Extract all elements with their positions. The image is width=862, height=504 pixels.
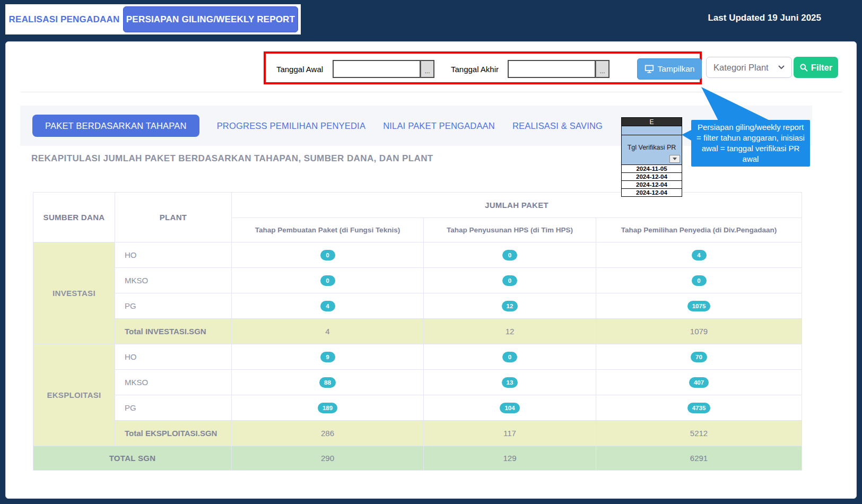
count-badge: 88	[319, 377, 336, 388]
table-row: INVESTASI HO 0 0 4	[33, 242, 802, 268]
tanggal-akhir-group: ...	[508, 60, 610, 78]
section-title: REKAPITULASI JUMLAH PAKET BERDASARKAN TA…	[31, 153, 433, 164]
tab-nilai-paket-pengadaan[interactable]: NILAI PAKET PENGADAAN	[383, 121, 495, 131]
group-label-eksploitasi: EKSPLOITASI	[33, 344, 115, 446]
table-row: PG 4 12 1075	[33, 293, 802, 319]
search-icon	[799, 63, 808, 72]
count-badge: 12	[502, 301, 518, 311]
tab-persiapan-giling[interactable]: PERSIAPAN GILING/WEEKLY REPORT	[123, 6, 298, 32]
total-row-eksploitasi: Total EKSPLOITASI.SGN 286 117 5212	[33, 421, 802, 446]
tanggal-akhir-input[interactable]	[508, 60, 596, 78]
col-header-tahap-penyusunan: Tahap Penyusunan HPS (di Tim HPS)	[424, 218, 596, 242]
count-badge: 0	[692, 275, 707, 286]
table-row: EKSPLOITASI HO 9 0 70	[33, 344, 802, 370]
grand-total-row: TOTAL SGN 290 129 6291	[33, 446, 802, 471]
total-value: 1079	[596, 319, 802, 344]
grand-total-label: TOTAL SGN	[33, 446, 232, 471]
grand-total-value: 129	[424, 446, 596, 471]
col-header-jumlah-paket: JUMLAH PAKET	[232, 193, 802, 218]
plant-cell: PG	[115, 293, 232, 319]
tanggal-awal-input[interactable]	[333, 60, 421, 78]
table-row: MKSO 0 0 0	[33, 268, 802, 293]
count-badge: 1075	[687, 301, 711, 311]
count-badge: 13	[502, 377, 518, 388]
count-badge: 104	[500, 403, 519, 413]
count-badge: 0	[320, 275, 335, 286]
count-badge: 0	[502, 275, 517, 286]
count-badge: 4	[692, 250, 707, 260]
chevron-down-icon	[778, 65, 785, 69]
excel-filter-header-cell: Tgl Verifikasi PR	[621, 135, 682, 165]
tanggal-awal-label: Tanggal Awal	[270, 58, 329, 80]
total-label: Total EKSPLOITASI.SGN	[115, 421, 232, 446]
group-label-investasi: INVESTASI	[33, 242, 115, 344]
annotation-callout: Persiapan giling/weekly report = filter …	[691, 120, 810, 167]
col-header-tahap-pembuatan: Tahap Pembuatan Paket (di Fungsi Teknis)	[232, 218, 424, 242]
excel-column-popup: E Tgl Verifikasi PR 2024-11-05 2024-12-0…	[621, 117, 682, 197]
excel-date-cell: 2024-12-04	[621, 173, 682, 181]
count-badge: 70	[691, 352, 707, 362]
count-badge: 407	[689, 377, 709, 388]
plant-cell: MKSO	[115, 268, 232, 293]
tab-realisasi-saving[interactable]: REALISASI & SAVING	[512, 121, 603, 131]
excel-empty-cell	[621, 126, 682, 135]
tab-paket-berdasarkan-tahapan[interactable]: PAKET BERDASARKAN TAHAPAN	[32, 115, 199, 137]
col-header-tahap-pemilihan: Tahap Pemilihan Penyedia (di Div.Pengada…	[596, 218, 802, 242]
tampilkan-button-label: Tampilkan	[658, 64, 695, 74]
excel-filter-dropdown-button[interactable]	[669, 155, 680, 163]
total-value: 286	[232, 421, 424, 446]
filter-button-label: Filter	[811, 63, 832, 73]
plant-cell: HO	[115, 242, 232, 268]
count-badge: 0	[320, 250, 335, 260]
table-row: MKSO 88 13 407	[33, 370, 802, 395]
grand-total-value: 290	[232, 446, 424, 471]
main-card: Tanggal Awal ... Tanggal Akhir ... Tampi…	[5, 41, 857, 499]
rekap-table: SUMBER DANA PLANT JUMLAH PAKET Tahap Pem…	[33, 192, 802, 471]
grand-total-value: 6291	[596, 446, 802, 471]
excel-column-letter: E	[621, 117, 682, 126]
col-header-sumber-dana: SUMBER DANA	[33, 193, 115, 242]
count-badge: 0	[502, 352, 517, 362]
last-updated-text: Last Updated 19 Juni 2025	[708, 13, 821, 23]
kategori-plant-value: Kategori Plant	[713, 63, 769, 73]
tanggal-awal-browse-button[interactable]: ...	[421, 60, 434, 78]
total-value: 12	[424, 319, 596, 344]
date-filter-highlight: Tanggal Awal ... Tanggal Akhir ... Tampi…	[264, 51, 702, 84]
excel-date-cell: 2024-11-05	[621, 165, 682, 173]
kategori-plant-select[interactable]: Kategori Plant	[706, 57, 792, 78]
total-row-investasi: Total INVESTASI.SGN 4 12 1079	[33, 319, 802, 344]
tab-progress-pemilihan-penyedia[interactable]: PROGRESS PEMILIHAN PENYEDIA	[217, 121, 365, 131]
count-badge: 4	[320, 301, 335, 311]
dropdown-arrow-icon	[673, 158, 677, 160]
tanggal-akhir-browse-button[interactable]: ...	[596, 60, 610, 78]
excel-date-cell: 2024-12-04	[621, 181, 682, 189]
total-value: 117	[424, 421, 596, 446]
plant-cell: HO	[115, 344, 232, 370]
count-badge: 189	[318, 403, 337, 413]
tanggal-akhir-label: Tanggal Akhir	[445, 58, 504, 80]
total-label: Total INVESTASI.SGN	[115, 319, 232, 344]
tab-realisasi-pengadaan[interactable]: REALISASI PENGADAAN	[5, 4, 123, 34]
count-badge: 9	[320, 352, 335, 362]
rekap-table-wrap: SUMBER DANA PLANT JUMLAH PAKET Tahap Pem…	[33, 192, 802, 471]
excel-date-cell: 2024-12-04	[621, 189, 682, 197]
callout-tail-icon	[682, 129, 692, 141]
count-badge: 0	[502, 250, 517, 260]
monitor-icon	[645, 65, 654, 73]
dashboard-page: REALISASI PENGADAAN PERSIAPAN GILING/WEE…	[0, 0, 862, 504]
plant-cell: PG	[115, 395, 232, 421]
col-header-plant: PLANT	[115, 193, 232, 242]
tanggal-awal-group: ...	[333, 60, 434, 78]
table-row: PG 189 104 4735	[33, 395, 802, 421]
total-value: 4	[232, 319, 424, 344]
filter-button[interactable]: Filter	[794, 57, 838, 78]
excel-filter-header-text: Tgl Verifikasi PR	[628, 144, 676, 151]
header-tab-strip: REALISASI PENGADAAN PERSIAPAN GILING/WEE…	[5, 4, 301, 34]
tampilkan-button[interactable]: Tampilkan	[637, 58, 702, 80]
total-value: 5212	[596, 421, 802, 446]
plant-cell: MKSO	[115, 370, 232, 395]
count-badge: 4735	[687, 403, 711, 413]
